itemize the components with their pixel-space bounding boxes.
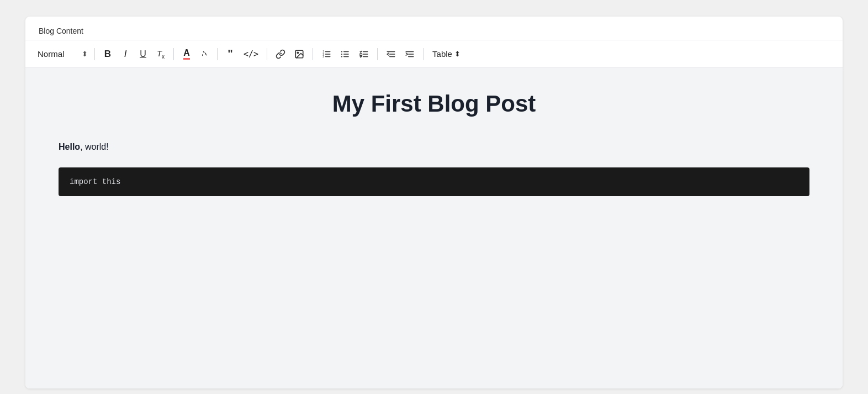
editor-container: Blog Content Normal Heading 1 Heading 2 … [25, 17, 843, 388]
underline-button[interactable]: U [135, 46, 151, 62]
svg-text:3: 3 [322, 55, 324, 58]
svg-point-12 [341, 53, 342, 54]
content-title: My First Blog Post [59, 90, 809, 118]
table-button[interactable]: Table ⬍ [428, 46, 465, 61]
svg-point-11 [341, 51, 342, 52]
code-block: import this [59, 167, 809, 196]
font-color-button[interactable]: A [178, 45, 195, 62]
format-select-wrapper[interactable]: Normal Heading 1 Heading 2 Heading 3 Par… [34, 47, 90, 61]
link-button[interactable] [272, 46, 289, 62]
svg-point-13 [341, 56, 342, 57]
clear-format-button[interactable]: Tx [152, 46, 169, 62]
content-body-hello: Hello, world! [59, 140, 809, 154]
indent-increase-icon [405, 49, 415, 59]
editor-content-area[interactable]: My First Blog Post Hello, world! import … [25, 68, 843, 388]
table-dropdown-wrapper[interactable]: Table ⬍ [428, 46, 465, 61]
svg-point-1 [297, 52, 298, 53]
highlight-button[interactable]: A [196, 46, 213, 62]
blockquote-button[interactable]: " [222, 45, 239, 63]
toolbar-divider-7 [423, 48, 424, 60]
bold-button[interactable]: B [99, 46, 116, 62]
image-icon [294, 49, 304, 59]
unordered-list-button[interactable] [336, 46, 354, 62]
toolbar-divider-4 [267, 48, 267, 60]
code-inline-button[interactable]: </> [240, 46, 262, 62]
link-icon [276, 49, 285, 59]
ordered-list-icon: 1 2 3 [321, 49, 331, 59]
unordered-list-icon [340, 49, 350, 59]
editor-label: Blog Content [25, 17, 843, 40]
toolbar-divider-6 [377, 48, 378, 60]
toolbar-divider-5 [313, 48, 313, 60]
indent-decrease-button[interactable] [382, 46, 400, 62]
svg-rect-17 [360, 53, 362, 55]
toolbar-divider-1 [94, 48, 95, 60]
toolbar-divider-2 [173, 48, 174, 60]
ordered-list-button[interactable]: 1 2 3 [317, 46, 335, 62]
task-list-button[interactable] [355, 46, 373, 62]
indent-decrease-icon [386, 49, 396, 59]
task-list-icon [359, 49, 369, 59]
toolbar-divider-3 [217, 48, 218, 60]
italic-button[interactable]: I [117, 46, 134, 62]
table-chevron-icon: ⬍ [454, 50, 461, 58]
format-select[interactable]: Normal Heading 1 Heading 2 Heading 3 Par… [34, 47, 90, 61]
indent-increase-button[interactable] [401, 46, 419, 62]
toolbar: Normal Heading 1 Heading 2 Heading 3 Par… [25, 40, 843, 68]
image-button[interactable] [290, 46, 308, 62]
